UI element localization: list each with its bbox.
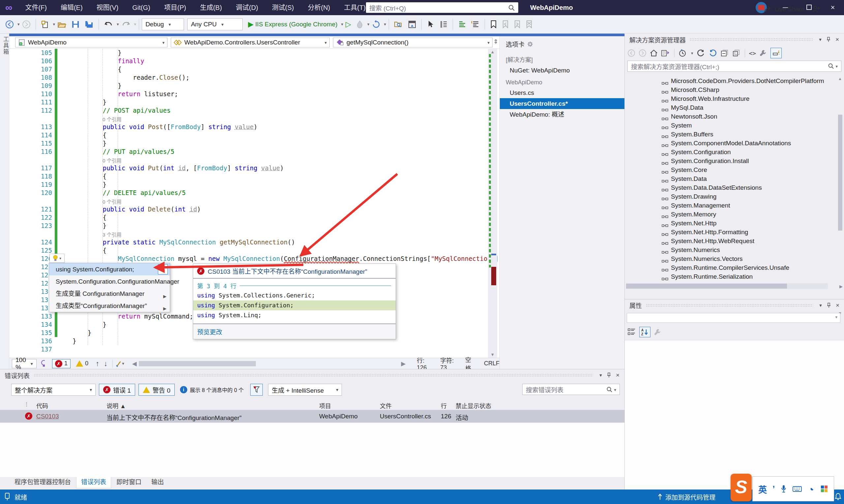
document-tab[interactable]: NuGet: WebApiDemo <box>500 65 624 76</box>
nav-back-icon[interactable] <box>5 20 14 29</box>
errors-filter-toggle[interactable]: ✗ 错误 1 <box>99 384 135 396</box>
hot-reload-icon[interactable] <box>356 20 364 29</box>
new-project-icon[interactable] <box>41 20 49 29</box>
solution-tree-item[interactable]: System.Memory <box>625 210 832 219</box>
search-icon[interactable]: ▾ <box>828 63 838 69</box>
preview-changes-link[interactable]: 预览更改 <box>193 323 396 339</box>
column-header[interactable]: 说明 ▲ <box>106 401 126 410</box>
intellicode-icon[interactable] <box>40 359 45 368</box>
skin-grid-icon[interactable] <box>820 485 828 493</box>
categorized-icon[interactable] <box>627 328 636 336</box>
solution-tree-item[interactable]: MySql.Data <box>625 103 832 112</box>
project-dropdown[interactable]: WebApiDemo▾ <box>15 38 168 48</box>
undo-icon[interactable] <box>104 20 113 29</box>
pin-icon[interactable] <box>826 37 831 42</box>
gear-icon[interactable] <box>527 41 533 47</box>
new-project-caret[interactable]: ▾ <box>53 22 55 27</box>
alphabetical-sort-toggle[interactable]: AZ <box>639 327 651 337</box>
menu-item[interactable]: 项目(P) <box>157 0 193 15</box>
column-header[interactable]: 文件 <box>380 401 392 410</box>
quickfix-item[interactable]: 生成变量 ConfigurationManager▶ <box>49 288 170 300</box>
solution-vertical-scrollbar[interactable]: ▲ ▼ <box>838 76 843 316</box>
clear-bookmarks-icon[interactable] <box>526 20 533 29</box>
solution-tree-item[interactable]: Microsoft.CSharp <box>625 85 832 94</box>
parameter-info-icon[interactable] <box>471 20 480 29</box>
redo-caret[interactable]: ▾ <box>134 22 137 27</box>
quickfix-item[interactable]: System.Configuration.ConfigurationManage… <box>49 275 170 288</box>
notification-bell-icon[interactable] <box>835 493 841 501</box>
forward-icon[interactable] <box>639 49 647 57</box>
window-layout-icon[interactable] <box>408 20 416 29</box>
column-header[interactable]: 禁止显示状态 <box>455 401 491 410</box>
scroll-down-icon[interactable]: ▼ <box>488 352 497 357</box>
bookmark-icon[interactable] <box>490 20 497 29</box>
window-position-caret[interactable]: ▾ <box>819 302 822 308</box>
mic-icon[interactable] <box>780 485 787 493</box>
messages-filter-toggle[interactable]: i 展示 8 个消息中的 0 个 <box>180 386 244 394</box>
code-cleanup-caret[interactable]: ▾ <box>122 361 124 366</box>
properties-object-dropdown[interactable]: ▾ <box>627 313 840 323</box>
solution-tree-item[interactable]: System.Runtime.CompilerServices.Unsafe <box>625 263 832 272</box>
solution-tree-item[interactable]: System.Data <box>625 174 832 183</box>
type-dropdown[interactable]: WebApiDemo.Controllers.UsersController▾ <box>171 38 330 48</box>
zoom-dropdown[interactable]: 100 %▾ <box>12 359 37 368</box>
solution-tree-item[interactable]: System.Buffers <box>625 130 832 139</box>
document-tab[interactable]: UsersController.cs* <box>500 98 624 109</box>
solution-tree-item[interactable]: System.Runtime.Serialization <box>625 272 832 281</box>
back-icon[interactable] <box>627 49 635 57</box>
collapse-all-icon[interactable] <box>720 49 729 57</box>
menu-item[interactable]: 测试(S) <box>265 0 301 15</box>
solution-tree-item[interactable]: System.Management <box>625 201 832 210</box>
undo-caret[interactable]: ▾ <box>117 22 119 27</box>
member-dropdown[interactable]: getMySqlConnection()▾ <box>333 38 493 48</box>
error-list-search-input[interactable]: 搜索错误列表 ▾ <box>522 384 620 395</box>
quickfix-item[interactable]: 生成类型“ConfigurationManager”▶ <box>49 300 170 312</box>
nav-back-caret[interactable]: ▾ <box>17 22 20 27</box>
error-code-link[interactable]: CS0103 <box>36 413 59 420</box>
warnings-filter-toggle[interactable]: 警告 0 <box>138 384 175 396</box>
cursor-icon[interactable] <box>427 20 434 29</box>
document-tab[interactable]: WebApiDemo: 概述 <box>500 109 624 120</box>
pin-icon[interactable] <box>827 303 831 308</box>
hscroll-right-icon[interactable]: ▶ <box>839 284 843 289</box>
open-folder-icon[interactable] <box>57 20 67 29</box>
view-code-icon[interactable]: <> <box>749 50 756 57</box>
redo-icon[interactable] <box>121 20 131 29</box>
start-no-debug-icon[interactable]: ▷ <box>345 20 351 29</box>
solution-tree-item[interactable]: System <box>625 121 832 130</box>
split-window-icon[interactable]: ⇕ <box>494 38 498 45</box>
solution-tree-item[interactable]: Microsoft.Web.Infrastructure <box>625 94 832 103</box>
scroll-up-icon[interactable]: ▲ <box>488 49 497 54</box>
property-pages-wrench-icon[interactable] <box>654 328 662 336</box>
toolbox-vertical-tab[interactable]: 工具箱 <box>1 36 10 55</box>
solution-tree-item[interactable]: System.Core <box>625 165 832 174</box>
menu-item[interactable]: 文件(F) <box>18 0 54 15</box>
error-source-dropdown[interactable]: 生成 + IntelliSense▾ <box>268 384 342 396</box>
properties-wrench-icon[interactable] <box>759 49 767 57</box>
error-list-titlebar[interactable]: 错误列表 ▾ × <box>0 369 624 381</box>
document-tab[interactable]: Users.cs <box>500 87 624 98</box>
error-scope-dropdown[interactable]: 整个解决方案▾ <box>11 384 96 396</box>
keyboard-icon[interactable] <box>793 485 802 493</box>
find-in-files-icon[interactable] <box>394 20 403 29</box>
window-position-caret[interactable]: ▾ <box>599 372 602 378</box>
hot-reload-caret[interactable]: ▾ <box>367 22 369 27</box>
quick-search-input[interactable]: 搜索 (Ctrl+Q) <box>366 2 518 13</box>
run-target-caret[interactable]: ▾ <box>341 22 344 27</box>
close-icon[interactable]: × <box>836 36 839 43</box>
close-icon[interactable]: × <box>616 372 619 379</box>
bottom-panel-tab[interactable]: 程序包管理器控制台 <box>10 477 75 488</box>
code-cleanup-icon[interactable] <box>115 359 121 368</box>
solution-horizontal-scrollbar[interactable] <box>626 283 828 289</box>
editor-warning-badge[interactable]: 0 <box>76 360 88 367</box>
solution-tree-item[interactable]: System.Numerics.Vectors <box>625 254 832 263</box>
menu-item[interactable]: 调试(D) <box>229 0 265 15</box>
solution-tree-item[interactable]: System.Configuration <box>625 148 832 157</box>
prev-bookmark-icon[interactable] <box>502 20 509 29</box>
menu-item[interactable]: 编辑(E) <box>54 0 90 15</box>
refresh-icon[interactable] <box>696 49 705 57</box>
save-icon[interactable] <box>71 20 80 29</box>
ime-toolbar[interactable]: 英 ’ <box>752 476 834 501</box>
close-button[interactable]: × <box>823 0 843 15</box>
next-issue-icon[interactable]: ↓ <box>104 359 107 368</box>
